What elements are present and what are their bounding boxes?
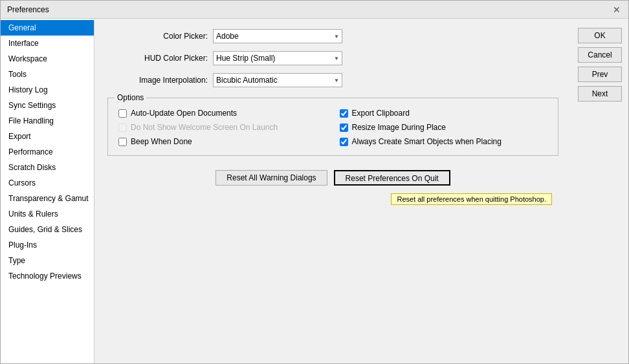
sidebar-item-tools[interactable]: Tools — [1, 67, 94, 82]
sidebar-item-history-log[interactable]: History Log — [1, 82, 94, 98]
checkbox-smart-objects-input[interactable] — [340, 138, 348, 146]
options-group: Options Auto-Update Open Documents Expor… — [107, 98, 558, 156]
sidebar-item-transparency---gamut[interactable]: Transparency & Gamut — [1, 191, 94, 206]
image-interpolation-row: Image Interpolation: Bicubic AutomaticNe… — [107, 73, 558, 87]
ok-button[interactable]: OK — [578, 28, 622, 43]
sidebar-item-file-handling[interactable]: File Handling — [1, 113, 94, 129]
checkbox-export-clipboard: Export Clipboard — [340, 109, 548, 118]
sidebar-item-plug-ins[interactable]: Plug-Ins — [1, 237, 94, 253]
prev-button[interactable]: Prev — [578, 67, 622, 82]
sidebar-item-units---rulers[interactable]: Units & Rulers — [1, 206, 94, 222]
image-interpolation-select-wrapper: Bicubic AutomaticNearest NeighborBilinea… — [213, 73, 342, 87]
sidebar-item-type[interactable]: Type — [1, 253, 94, 268]
checkbox-auto-update-label: Auto-Update Open Documents — [131, 109, 237, 118]
hud-color-picker-select[interactable]: Hue Strip (Small)Hue Wheel (Small)Hue Wh… — [213, 51, 342, 65]
checkbox-export-clipboard-input[interactable] — [340, 109, 348, 118]
color-picker-row: Color Picker: AdobeWindows — [107, 29, 558, 43]
color-picker-label: Color Picker: — [107, 32, 208, 41]
checkbox-auto-update: Auto-Update Open Documents — [118, 109, 327, 118]
sidebar-item-performance[interactable]: Performance — [1, 144, 94, 160]
close-button[interactable]: ✕ — [612, 5, 622, 15]
checkbox-smart-objects-label: Always Create Smart Objects when Placing — [352, 137, 502, 146]
hud-color-picker-label: HUD Color Picker: — [107, 54, 208, 63]
hud-color-picker-row: HUD Color Picker: Hue Strip (Small)Hue W… — [107, 51, 558, 65]
sidebar-item-interface[interactable]: Interface — [1, 36, 94, 51]
checkbox-auto-update-input[interactable] — [118, 109, 127, 118]
image-interpolation-select[interactable]: Bicubic AutomaticNearest NeighborBilinea… — [213, 73, 342, 87]
color-picker-select[interactable]: AdobeWindows — [213, 29, 342, 43]
sidebar: GeneralInterfaceWorkspaceToolsHistory Lo… — [1, 19, 94, 363]
checkbox-export-clipboard-label: Export Clipboard — [352, 109, 410, 118]
checkbox-welcome-screen: Do Not Show Welcome Screen On Launch — [118, 123, 327, 132]
sidebar-item-guides--grid---slices[interactable]: Guides, Grid & Slices — [1, 222, 94, 237]
checkbox-beep-input[interactable] — [118, 138, 127, 146]
checkbox-smart-objects: Always Create Smart Objects when Placing — [340, 137, 548, 146]
sidebar-item-general[interactable]: General — [1, 20, 94, 36]
main-content: GeneralInterfaceWorkspaceToolsHistory Lo… — [1, 19, 628, 363]
preferences-window: Preferences ✕ GeneralInterfaceWorkspaceT… — [0, 0, 629, 364]
reset-prefs-button[interactable]: Reset Preferences On Quit — [334, 170, 450, 186]
action-area: Reset All Warning Dialogs Reset Preferen… — [107, 161, 558, 205]
sidebar-item-export[interactable]: Export — [1, 129, 94, 144]
image-interpolation-label: Image Interpolation: — [107, 76, 208, 85]
options-grid: Auto-Update Open Documents Export Clipbo… — [118, 109, 547, 146]
checkbox-welcome-screen-label: Do Not Show Welcome Screen On Launch — [131, 123, 278, 132]
action-buttons-row: Reset All Warning Dialogs Reset Preferen… — [107, 170, 558, 186]
tooltip-box: Reset all preferences when quitting Phot… — [391, 193, 552, 205]
checkbox-beep-label: Beep When Done — [131, 137, 192, 146]
checkbox-resize-image-label: Resize Image During Place — [352, 123, 446, 132]
sidebar-item-cursors[interactable]: Cursors — [1, 175, 94, 191]
reset-dialogs-button[interactable]: Reset All Warning Dialogs — [215, 170, 327, 186]
checkbox-welcome-screen-input — [118, 123, 127, 132]
right-buttons-panel: OK Cancel Prev Next — [571, 19, 628, 363]
window-title: Preferences — [7, 5, 49, 14]
title-bar: Preferences ✕ — [1, 1, 628, 19]
sidebar-item-workspace[interactable]: Workspace — [1, 51, 94, 67]
checkbox-beep: Beep When Done — [118, 137, 327, 146]
color-picker-select-wrapper: AdobeWindows — [213, 29, 342, 43]
next-button[interactable]: Next — [578, 86, 622, 102]
sidebar-item-technology-previews[interactable]: Technology Previews — [1, 268, 94, 284]
checkbox-resize-image-input[interactable] — [340, 123, 348, 132]
cancel-button[interactable]: Cancel — [578, 47, 622, 63]
checkbox-resize-image: Resize Image During Place — [340, 123, 548, 132]
sidebar-item-scratch-disks[interactable]: Scratch Disks — [1, 160, 94, 175]
hud-color-picker-select-wrapper: Hue Strip (Small)Hue Wheel (Small)Hue Wh… — [213, 51, 342, 65]
main-panel: Color Picker: AdobeWindows HUD Color Pic… — [94, 19, 571, 363]
options-group-title: Options — [115, 93, 146, 102]
sidebar-item-sync-settings[interactable]: Sync Settings — [1, 98, 94, 113]
